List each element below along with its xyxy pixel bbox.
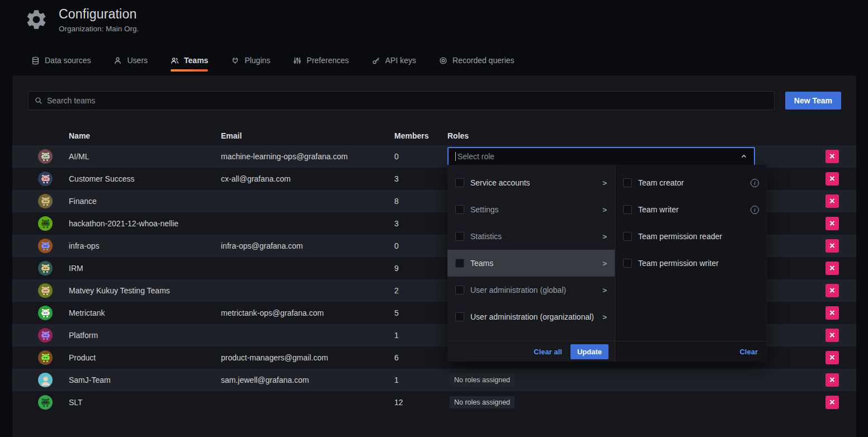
- robot-avatar-icon: [40, 353, 51, 363]
- close-icon: ×: [829, 376, 834, 384]
- text-cursor: [455, 152, 456, 161]
- role-group-user-administration-global[interactable]: User administration (global) >: [447, 277, 615, 303]
- checkbox[interactable]: [455, 312, 464, 321]
- delete-team-button[interactable]: ×: [825, 262, 839, 275]
- sub-roles-footer: Clear: [615, 341, 767, 362]
- sliders-icon: [293, 56, 301, 65]
- role-group-label: Settings: [470, 205, 499, 214]
- no-roles-badge: No roles assigned: [450, 396, 515, 408]
- sub-role-label: Team creator: [638, 178, 684, 187]
- info-icon[interactable]: i: [751, 206, 759, 214]
- team-avatar: [38, 149, 53, 164]
- team-name[interactable]: IRM: [69, 264, 221, 273]
- sub-role-team-writer[interactable]: Team writer i: [615, 196, 767, 223]
- robot-avatar-icon: [40, 174, 51, 184]
- table-row[interactable]: SamJ-Team sam.jewell@grafana.com 1 No ro…: [12, 369, 856, 391]
- gear-icon: [25, 8, 48, 31]
- sub-role-team-creator[interactable]: Team creator i: [615, 169, 767, 196]
- robot-avatar-icon: [40, 308, 51, 319]
- role-group-teams[interactable]: Teams >: [447, 250, 615, 277]
- delete-team-button[interactable]: ×: [825, 329, 839, 342]
- key-icon: [372, 56, 380, 65]
- table-row[interactable]: AI/ML machine-learning-ops@grafana.com 0…: [12, 145, 856, 168]
- team-avatar: [38, 283, 53, 298]
- tab-label: Preferences: [306, 56, 348, 65]
- delete-team-button[interactable]: ×: [825, 396, 839, 409]
- robot-avatar-icon: [40, 286, 51, 296]
- checkbox[interactable]: [623, 178, 632, 187]
- team-name[interactable]: Matvey Kukuy Testing Teams: [69, 286, 221, 295]
- role-group-settings[interactable]: Settings >: [447, 196, 615, 223]
- role-group-service-accounts[interactable]: Service accounts >: [447, 169, 615, 196]
- delete-team-button[interactable]: ×: [825, 284, 839, 297]
- checkbox[interactable]: [623, 259, 632, 268]
- sub-roles-column: Team creator i Team writer i Team permis…: [615, 165, 767, 362]
- team-name[interactable]: Product: [69, 353, 221, 362]
- close-icon: ×: [829, 308, 834, 317]
- checkbox[interactable]: [455, 205, 464, 214]
- checkbox[interactable]: [623, 205, 632, 214]
- tab-label: API keys: [385, 56, 416, 65]
- team-name[interactable]: SamJ-Team: [69, 376, 221, 384]
- role-groups-column: Service accounts > Settings > Statistics…: [447, 165, 615, 362]
- checkbox[interactable]: [623, 232, 632, 241]
- clear-all-link[interactable]: Clear all: [534, 348, 562, 356]
- checkbox[interactable]: [455, 259, 464, 268]
- team-avatar: [38, 216, 53, 231]
- new-team-button[interactable]: New Team: [785, 92, 841, 110]
- team-name[interactable]: Metrictank: [69, 308, 221, 317]
- close-icon: ×: [829, 331, 834, 340]
- delete-team-button[interactable]: ×: [825, 150, 839, 163]
- sub-role-team-permission-writer[interactable]: Team permission writer: [615, 250, 767, 277]
- delete-team-button[interactable]: ×: [825, 351, 839, 364]
- delete-team-button[interactable]: ×: [825, 172, 839, 186]
- role-picker-input[interactable]: Select role: [447, 147, 755, 166]
- tab-teams[interactable]: Teams: [171, 56, 208, 72]
- team-avatar: [38, 306, 53, 320]
- close-icon: ×: [829, 152, 834, 161]
- checkbox[interactable]: [455, 232, 464, 241]
- info-icon[interactable]: i: [751, 179, 759, 187]
- team-members-count: 1: [394, 376, 447, 384]
- update-button[interactable]: Update: [570, 344, 608, 359]
- search-box[interactable]: [28, 91, 775, 110]
- checkbox[interactable]: [455, 286, 464, 294]
- users-icon: [171, 56, 179, 65]
- team-name[interactable]: AI/ML: [69, 152, 221, 161]
- delete-team-button[interactable]: ×: [825, 373, 839, 387]
- column-header-email: Email: [221, 131, 394, 140]
- record-icon: [439, 56, 447, 65]
- tab-users[interactable]: Users: [114, 56, 148, 72]
- sub-role-team-permission-reader[interactable]: Team permission reader: [615, 223, 767, 250]
- clear-link[interactable]: Clear: [739, 348, 758, 356]
- team-name[interactable]: Platform: [69, 331, 221, 340]
- role-group-user-administration-organizational[interactable]: User administration (organizational) >: [447, 303, 615, 330]
- team-name[interactable]: Finance: [69, 197, 221, 206]
- tab-recorded-queries[interactable]: Recorded queries: [439, 56, 515, 72]
- chevron-right-icon: >: [602, 232, 607, 241]
- tab-api-keys[interactable]: API keys: [372, 56, 416, 72]
- delete-team-button[interactable]: ×: [825, 194, 839, 208]
- team-name[interactable]: hackathon-2021-12-whoa-nellie: [69, 219, 221, 228]
- role-group-statistics[interactable]: Statistics >: [447, 223, 615, 250]
- robot-avatar-icon: [40, 218, 51, 229]
- close-icon: ×: [829, 197, 834, 206]
- delete-team-button[interactable]: ×: [825, 306, 839, 320]
- tab-plugins[interactable]: Plugins: [231, 56, 270, 72]
- tab-data-sources[interactable]: Data sources: [31, 56, 91, 72]
- checkbox[interactable]: [455, 178, 464, 187]
- search-input[interactable]: [47, 96, 768, 105]
- team-name[interactable]: SLT: [69, 398, 221, 407]
- sub-role-label: Team permission reader: [638, 232, 722, 241]
- team-name[interactable]: Customer Success: [69, 174, 221, 183]
- team-members-count: 0: [394, 241, 447, 250]
- robot-avatar-icon: [40, 397, 51, 408]
- team-email: machine-learning-ops@grafana.com: [221, 152, 394, 161]
- team-name[interactable]: infra-ops: [69, 241, 221, 250]
- close-icon: ×: [829, 264, 834, 273]
- delete-team-button[interactable]: ×: [825, 239, 839, 253]
- team-members-count: 12: [394, 398, 447, 407]
- tab-preferences[interactable]: Preferences: [293, 56, 348, 72]
- table-row[interactable]: SLT 12 No roles assigned ×: [12, 391, 856, 414]
- delete-team-button[interactable]: ×: [825, 217, 839, 230]
